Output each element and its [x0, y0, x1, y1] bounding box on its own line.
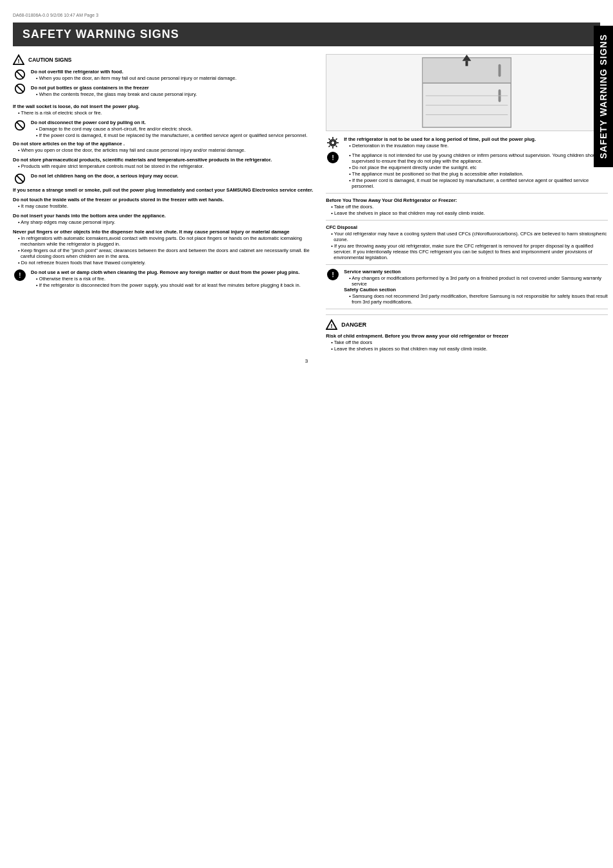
safety-caution-heading: Safety Caution section [344, 287, 608, 293]
before-throw-section: Before You Throw Away Your Old Refrigera… [326, 197, 608, 216]
safety-caution-item-1: Samsung does not recommend 3rd party mod… [344, 293, 608, 305]
caution-item-6-bullet-1: Products with require strict temperature… [13, 163, 318, 169]
right-item-2: Do not place the equipment directly unde… [344, 165, 608, 170]
danger-triangle-icon: ! [326, 319, 337, 330]
main-header: SAFETY WARNING SIGNS [13, 23, 600, 46]
caution-item-11-bullet-2: Keep fingers out of the "pinch point" ar… [13, 248, 318, 259]
left-column: ! CAUTION SIGNS [13, 54, 318, 352]
danger-item-1: Take off the doors [326, 339, 608, 345]
page-number: 3 [13, 358, 600, 364]
right-item-1: The appliance is not intended for use by… [344, 152, 608, 164]
fridge-svg [326, 55, 607, 131]
service-warranty-item-1: Any changes or modifications performed b… [344, 275, 608, 287]
caution-item-4: Do not disconnect the power cord by pull… [13, 120, 318, 138]
mandatory-icon-1: ! [14, 269, 26, 281]
caution-item-10-bold: Do not insert your hands into the bottom… [13, 213, 318, 219]
caution-item-4-bullet-1: Damage to the cord may cause a short-cir… [31, 126, 318, 132]
right-mandatory-text: The appliance is not intended for use by… [344, 152, 608, 189]
caution-item-7: Do not let children hang on the door, a … [13, 173, 318, 185]
caution-item-8: If you sense a strange smell or smoke, p… [13, 187, 318, 193]
mandatory-icon-col-2: ! [326, 152, 340, 189]
caution-item-4-bullet-2: If the power cord is damaged, it must be… [31, 132, 318, 138]
svg-line-9 [17, 176, 24, 183]
service-warranty-text: Service warranty section Any changes or … [344, 269, 608, 305]
svg-rect-12 [499, 64, 501, 77]
mandatory-icon-3: ! [327, 269, 339, 280]
caution-item-12-bullet-1: Otherwise there is a risk of fire. [31, 276, 318, 282]
caution-triangle-icon: ! [13, 54, 24, 66]
right-item-3: The appliance must be positioned so that… [344, 171, 608, 177]
caution-item-12-text: Do not use a wet or damp cloth when clea… [31, 269, 318, 288]
caution-heading-text: CAUTION SIGNS [28, 57, 72, 63]
caution-item-3-bullet-1: There is a risk of electric shock or fir… [13, 110, 318, 116]
right-column: If the refrigerator is not to be used fo… [326, 54, 608, 352]
cfc-heading: CFC Disposal [326, 224, 608, 230]
caution-item-1-text: Do not overfill the refrigerator with fo… [31, 69, 318, 101]
caution-item-1-bold: Do not overfill the refrigerator with fo… [31, 69, 318, 75]
caution-item-7-bold: Do not let children hang on the door, a … [31, 173, 318, 179]
caution-item-11-bullet-3: Do not refreeze frozen foods that have t… [13, 260, 318, 266]
svg-line-5 [17, 86, 24, 93]
divider-4 [326, 309, 608, 309]
side-tab-text: SAFETY WARNING SIGNS [598, 34, 609, 159]
caution-item-12: ! Do not use a wet or damp cloth when cl… [13, 269, 318, 288]
caution-heading: ! CAUTION SIGNS [13, 54, 318, 66]
fridge-image [326, 54, 608, 131]
divider-1 [326, 193, 608, 194]
service-warranty-heading: Service warranty section [344, 269, 608, 275]
prohibition-icons-col [13, 69, 27, 101]
caution-item-6-bold: Do not store pharmaceutical products, sc… [13, 157, 318, 163]
caution-item-1-bullet-1: When you open the door, an item may fall… [31, 75, 318, 81]
cfc-item-2: If you are throwing away your old refrig… [326, 243, 608, 260]
caution-item-6: Do not store pharmaceutical products, sc… [13, 157, 318, 169]
mandatory-icon-col-3: ! [326, 269, 340, 305]
caution-item-10-bullet-1: Any sharp edges may cause personal injur… [13, 219, 318, 225]
danger-heading-row: ! DANGER [326, 319, 608, 330]
caution-item-4-bold: Do not disconnect the power cord by pull… [31, 120, 318, 125]
prohibition-icon-2 [14, 83, 26, 95]
caution-item-5-bullet-1: When you open or close the door, the art… [13, 147, 318, 153]
danger-bold: Risk of child entrapment. Before you thr… [326, 333, 608, 339]
file-header: DA68-01806A-0.0 9/2/06 10:47 AM Page 3 [13, 13, 600, 17]
danger-item-2: Leave the shelves in places so that chil… [326, 346, 608, 352]
caution-item-9-bold: Do not touch the inside walls of the fre… [13, 197, 318, 203]
caution-item-2-bold: Do not put bottles or glass containers i… [31, 85, 318, 91]
mandatory-icon-2: ! [327, 152, 339, 163]
svg-text:!: ! [18, 58, 20, 64]
caution-item-12-bold: Do not use a wet or damp cloth when clea… [31, 269, 318, 275]
caution-item-5-bold: Do not store articles on the top of the … [13, 141, 318, 147]
mandatory-icon-col-1: ! [13, 269, 27, 288]
before-throw-item-1: Take off the doors. [326, 204, 608, 210]
prohibition-icon-3 [14, 120, 26, 131]
service-warranty-row: ! Service warranty section Any changes o… [326, 269, 608, 305]
svg-point-20 [331, 141, 335, 145]
danger-section: ! DANGER Risk of child entrapment. Befor… [326, 314, 608, 352]
divider-3 [326, 264, 608, 265]
prohibition-icon-4 [14, 173, 26, 185]
caution-item-9: Do not touch the inside walls of the fre… [13, 197, 318, 209]
fridge-caption-bold: If the refrigerator is not to be used fo… [344, 136, 608, 142]
caution-item-11-bullet-1: In refrigerators with automatic icemaker… [13, 235, 318, 247]
divider-2 [326, 220, 608, 221]
side-tab: SAFETY WARNING SIGNS [594, 26, 613, 167]
caution-item-7-text: Do not let children hang on the door, a … [31, 173, 318, 185]
gear-icon-col [326, 136, 340, 149]
svg-line-3 [17, 71, 24, 78]
two-col-layout: ! CAUTION SIGNS [13, 54, 600, 352]
svg-text:!: ! [331, 323, 333, 329]
fridge-caption-text: If the refrigerator is not to be used fo… [344, 136, 608, 149]
caution-item-2-bullet-1: When the contents freeze, the glass may … [31, 91, 318, 97]
caution-item-8-bold: If you sense a strange smell or smoke, p… [13, 187, 318, 193]
svg-rect-19 [466, 61, 468, 66]
caution-item-9-bullet-1: It may cause frostbite. [13, 203, 318, 209]
prohibition-icon-col-2 [13, 120, 27, 138]
caution-item-12-bullet-2: If the refrigerator is disconnected from… [31, 282, 318, 288]
caution-item-3-bold: If the wall socket is loose, do not inse… [13, 104, 318, 109]
cfc-item-1: Your old refrigerator may have a cooling… [326, 231, 608, 242]
prohibition-icon-1 [14, 69, 26, 80]
caution-item-3: If the wall socket is loose, do not inse… [13, 104, 318, 116]
right-item-4: If the power cord is damaged, it must be… [344, 177, 608, 189]
prohibition-icon-col-3 [13, 173, 27, 185]
caution-item-11: Never put fingers or other objects into … [13, 229, 318, 266]
before-throw-item-2: Leave the shelves in place so that child… [326, 210, 608, 216]
